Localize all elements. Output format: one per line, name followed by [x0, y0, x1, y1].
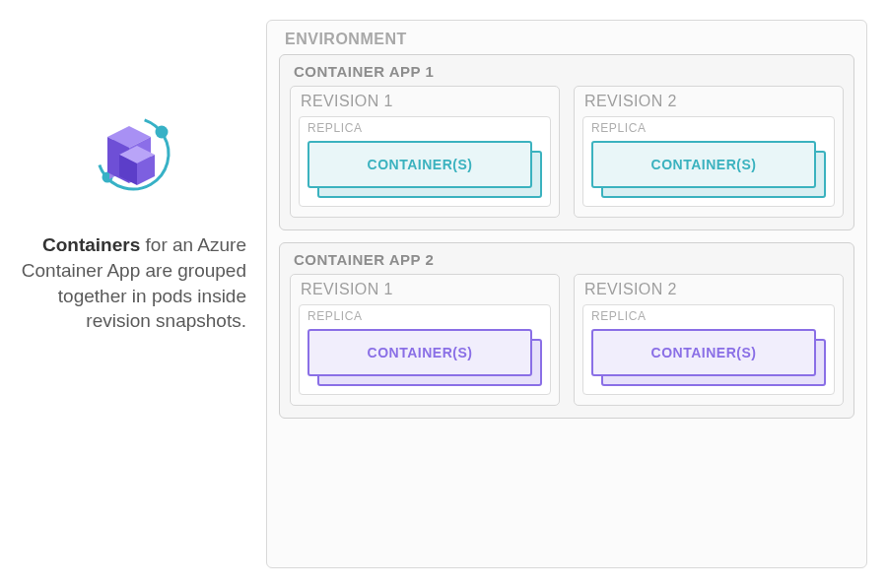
container-app-1-label: CONTAINER APP 1 — [294, 63, 844, 80]
app2-rev2-replica: REPLICA CONTAINER(S) — [582, 304, 835, 395]
container-card-front: CONTAINER(S) — [307, 141, 532, 188]
environment-box: ENVIRONMENT CONTAINER APP 1 REVISION 1 R… — [266, 20, 867, 568]
app2-rev1-replica: REPLICA CONTAINER(S) — [299, 304, 551, 395]
container-app-1: CONTAINER APP 1 REVISION 1 REPLICA CONTA… — [279, 54, 854, 230]
app2-rev1-container-stack: CONTAINER(S) — [306, 329, 544, 386]
app1-rev2-label: REVISION 2 — [584, 93, 835, 110]
app2-revision-1: REVISION 1 REPLICA CONTAINER(S) — [290, 274, 560, 406]
app1-revision-2: REVISION 2 REPLICA CONTAINER(S) — [574, 86, 844, 218]
app1-rev1-container-stack: CONTAINER(S) — [306, 141, 544, 198]
container-app-2: CONTAINER APP 2 REVISION 1 REPLICA CONTA… — [279, 242, 854, 419]
app2-revision-2: REVISION 2 REPLICA CONTAINER(S) — [574, 274, 844, 406]
description-bold: Containers — [42, 234, 140, 255]
description-text: Containers for an Azure Container App ar… — [20, 232, 246, 334]
app1-rev1-replica-label: REPLICA — [307, 121, 544, 135]
environment-label: ENVIRONMENT — [285, 31, 854, 48]
app2-rev2-replica-label: REPLICA — [591, 309, 828, 323]
app1-rev2-replica: REPLICA CONTAINER(S) — [582, 116, 835, 207]
app1-rev1-replica: REPLICA CONTAINER(S) — [299, 116, 551, 207]
container-card-front: CONTAINER(S) — [591, 141, 816, 188]
container-apps-icon — [86, 106, 180, 205]
svg-point-1 — [156, 126, 169, 139]
container-label: CONTAINER(S) — [651, 345, 757, 360]
app2-rev2-label: REVISION 2 — [584, 281, 835, 298]
container-card-front: CONTAINER(S) — [307, 329, 532, 376]
app1-rev1-label: REVISION 1 — [301, 93, 551, 110]
app2-rev1-label: REVISION 1 — [301, 281, 551, 298]
app2-rev1-replica-label: REPLICA — [307, 309, 544, 323]
app1-rev2-replica-label: REPLICA — [591, 121, 828, 135]
container-label: CONTAINER(S) — [368, 157, 473, 172]
container-label: CONTAINER(S) — [651, 157, 757, 172]
container-label: CONTAINER(S) — [368, 345, 473, 360]
container-app-2-label: CONTAINER APP 2 — [294, 251, 844, 268]
app1-revision-1: REVISION 1 REPLICA CONTAINER(S) — [290, 86, 560, 218]
container-card-front: CONTAINER(S) — [591, 329, 816, 376]
app2-rev2-container-stack: CONTAINER(S) — [589, 329, 828, 386]
app1-revisions-row: REVISION 1 REPLICA CONTAINER(S) REVISION… — [290, 86, 844, 218]
left-column: Containers for an Azure Container App ar… — [10, 0, 266, 568]
app1-rev2-container-stack: CONTAINER(S) — [589, 141, 828, 198]
app2-revisions-row: REVISION 1 REPLICA CONTAINER(S) REVISION… — [290, 274, 844, 406]
